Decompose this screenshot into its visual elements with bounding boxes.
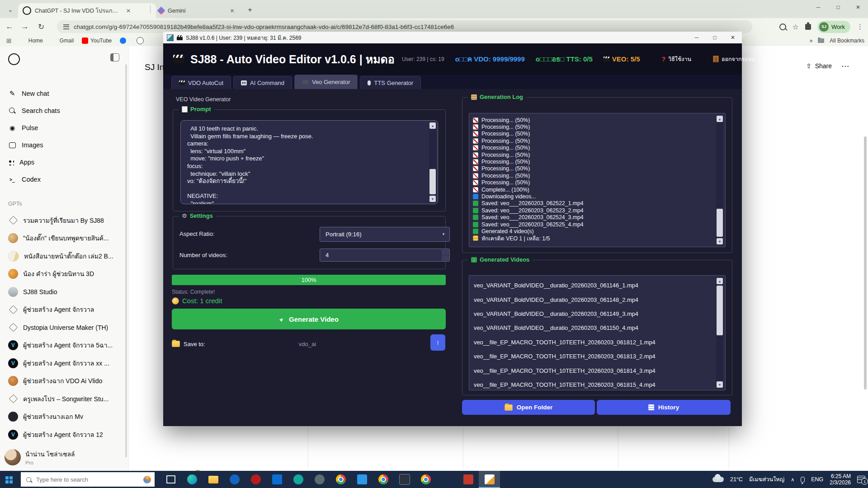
prompt-scrollbar[interactable]: ▲ ▼: [429, 122, 436, 202]
taskbar-icon[interactable]: [224, 471, 245, 488]
browser-menu-icon[interactable]: ⋮: [857, 23, 863, 31]
sidebar-collapse-icon[interactable]: [110, 53, 119, 61]
browser-tab-chatgpt[interactable]: ChatGPT - SJ Inw VDO โปรแกรมส ✕: [18, 3, 156, 18]
gpt-list-item[interactable]: ผู้ช่วยสร้างนางเอก Mv: [4, 408, 124, 426]
start-button[interactable]: [0, 471, 21, 488]
scroll-down-icon[interactable]: ▼: [717, 381, 723, 388]
scrollbar-thumb[interactable]: [429, 169, 436, 194]
tray-chevron-icon[interactable]: ∧: [791, 477, 794, 483]
gpt-list-item[interactable]: ผู้ช่วยสร้าง Agent จักรวาล 5ฉา...: [4, 337, 124, 355]
bookmark-star-icon[interactable]: ☆: [793, 23, 799, 31]
zoom-icon[interactable]: [779, 23, 786, 30]
generation-log-list[interactable]: Processing... (50%) Processing... (50%) …: [469, 113, 726, 247]
app-tab[interactable]: AI Command: [233, 76, 292, 89]
gpt-list-item[interactable]: หนังสือนายหน้าตั๊กต๊อก เล่ม2 B...: [4, 247, 124, 265]
share-button[interactable]: ⇧ Share: [806, 62, 832, 70]
taskbar-icon[interactable]: [160, 471, 181, 488]
browse-folder-button[interactable]: l: [430, 334, 445, 351]
microphone-icon[interactable]: [801, 477, 805, 483]
sidebar-nav-item[interactable]: Search chats: [4, 102, 124, 119]
taskbar-icon[interactable]: [351, 471, 373, 488]
sidebar-nav-item[interactable]: Codex: [4, 171, 124, 188]
app-tab[interactable]: TTS Generator: [360, 76, 421, 89]
gpt-list-item[interactable]: ผู้ช่วยสร้างฉาก VDO Ai Vlido: [4, 372, 124, 390]
gpt-list-item[interactable]: SJ88 Studio: [4, 283, 124, 301]
taskbar-icon[interactable]: [458, 471, 479, 488]
scrollbar-thumb[interactable]: [717, 209, 723, 237]
close-tab-icon[interactable]: ✕: [230, 8, 235, 14]
video-list-item[interactable]: veo__file_EP_MACRO_TOOTH_10TEETH_2026020…: [474, 363, 714, 377]
taskbar-icon[interactable]: [373, 471, 394, 488]
reload-icon[interactable]: ↻: [36, 22, 46, 32]
logout-link[interactable]: ออกจากระบบ: [713, 55, 755, 64]
search-input[interactable]: [35, 476, 139, 483]
video-list-item[interactable]: veo_VARIANT_BoldVIDEO__duratio_20260203_…: [474, 278, 714, 292]
prompt-textarea[interactable]: All 10 teeth react in panic. Villain ger…: [180, 120, 438, 204]
app-maximize-button[interactable]: □: [706, 32, 724, 43]
app-close-button[interactable]: ✕: [724, 32, 742, 43]
taskbar-icon[interactable]: [309, 471, 330, 488]
video-count-input[interactable]: 4: [320, 249, 450, 262]
open-folder-button[interactable]: Open Folder: [462, 400, 595, 415]
account-row[interactable]: น้าน่าน โซล่าเซลล์ Pro: [5, 449, 75, 465]
browser-maximize-button[interactable]: □: [828, 0, 848, 14]
site-settings-icon[interactable]: [63, 24, 69, 29]
chatgpt-logo-icon[interactable]: [8, 53, 20, 65]
video-list-item[interactable]: veo__file_EP_MACRO_TOOTH_10TEETH_2026020…: [474, 378, 714, 390]
gpt-list-item[interactable]: น้อง คำร่า ผู้ช่วยนิทาน 3D: [4, 265, 124, 283]
scroll-down-icon[interactable]: ▼: [429, 196, 436, 202]
gpt-list-item[interactable]: Dystopia Universe Maker (TH): [4, 319, 124, 337]
scroll-up-icon[interactable]: ▲: [429, 122, 436, 129]
notification-icon[interactable]: 1: [857, 476, 865, 483]
generated-videos-list[interactable]: veo_VARIANT_BoldVIDEO__duratio_20260203_…: [469, 275, 726, 390]
bookmark-item[interactable]: Gmail: [51, 38, 74, 44]
log-scrollbar[interactable]: ▲ ▼: [716, 115, 723, 245]
sidebar-nav-item[interactable]: Apps: [4, 154, 124, 171]
back-icon[interactable]: ←: [5, 22, 14, 32]
browser-close-button[interactable]: ✕: [848, 0, 868, 14]
conversation-menu-icon[interactable]: ⋯: [841, 61, 849, 71]
page-scrollbar[interactable]: [864, 136, 867, 389]
weather-temp[interactable]: 21°C: [730, 476, 743, 483]
tab-search-icon[interactable]: ⌄: [5, 4, 16, 15]
video-list-item[interactable]: veo_VARIANT_BoldVIDEO__duratio_20260203_…: [474, 307, 714, 321]
weather-description[interactable]: มีเมฆส่วนใหญ่: [749, 475, 784, 484]
taskbar-icon[interactable]: [245, 471, 266, 488]
browser-tab-gemini[interactable]: Gemini ✕: [154, 3, 249, 18]
new-tab-button[interactable]: +: [244, 4, 256, 16]
taskbar-search[interactable]: [21, 472, 155, 487]
video-list-item[interactable]: veo_VARIANT_BoldVIDEO__duratio_20260203_…: [474, 292, 714, 306]
apps-grid-icon[interactable]: ⊞: [6, 37, 12, 44]
taskbar-icon[interactable]: [394, 471, 415, 488]
browser-minimize-button[interactable]: ─: [808, 0, 828, 14]
app-titlebar[interactable]: SJ88 v1.0.6 | User: 239 | หมดอายุ: 31 มี…: [163, 32, 742, 43]
history-button[interactable]: History: [597, 400, 731, 415]
taskbar-icon[interactable]: [203, 471, 224, 488]
extensions-icon[interactable]: [805, 24, 811, 30]
gpt-list-item[interactable]: ครูเพลงโปร – Songwriter Stu...: [4, 390, 124, 408]
address-bar[interactable]: chatgpt.com/g/g-69724e705590819182b49bef…: [57, 20, 752, 33]
all-bookmarks-label[interactable]: All Bookmarks: [830, 38, 864, 44]
taskbar-icon[interactable]: [330, 471, 351, 488]
language-indicator[interactable]: ENG: [811, 476, 823, 483]
profile-chip[interactable]: SJ Work: [817, 21, 850, 33]
gpt-list-item[interactable]: ผู้ช่วยสร้าง Agent จักรวาล 12: [4, 426, 124, 444]
app-minimize-button[interactable]: ─: [688, 32, 706, 43]
taskbar-icon[interactable]: [288, 471, 309, 488]
scroll-up-icon[interactable]: ▲: [717, 116, 723, 122]
bookmark-item[interactable]: [137, 37, 146, 44]
taskbar-icon[interactable]: [181, 471, 203, 488]
taskbar-icon[interactable]: [415, 471, 436, 488]
clock[interactable]: 6:25 AM 2/3/2026: [830, 473, 851, 486]
app-tab[interactable]: VDO AutoCut: [171, 76, 231, 89]
scrollbar-thumb[interactable]: [717, 286, 723, 335]
sidebar-nav-item[interactable]: Images: [4, 136, 124, 154]
taskbar-icon[interactable]: [479, 471, 500, 488]
number-stepper[interactable]: [442, 249, 449, 261]
bookmark-item[interactable]: [120, 38, 128, 44]
close-tab-icon[interactable]: ✕: [126, 8, 131, 14]
generate-video-button[interactable]: ▲ Generate Video: [172, 309, 446, 329]
gpt-list-item[interactable]: ผู้ช่วยสร้าง Agent จักรวาล: [4, 301, 124, 319]
bookmarks-overflow-icon[interactable]: »: [810, 38, 813, 44]
gpt-list-item[interactable]: ผู้ช่วยสร้าง Agent จักรวาล xx ...: [4, 354, 124, 372]
